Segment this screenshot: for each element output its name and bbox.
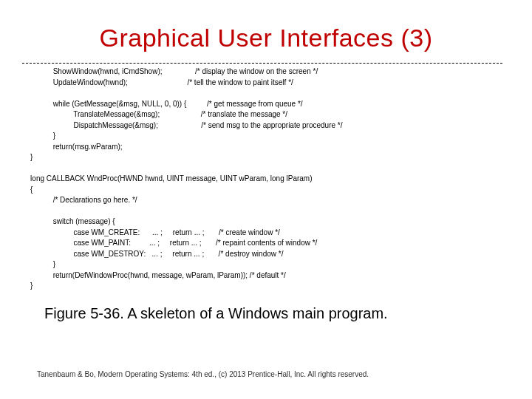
page-title: Graphical User Interfaces (3) (30, 24, 502, 52)
figure-caption: Figure 5-36. A skeleton of a Windows mai… (44, 305, 502, 322)
code-listing: ShowWindow(hwnd, iCmdShow); /* display t… (22, 63, 502, 292)
slide: Graphical User Interfaces (3) ShowWindow… (0, 0, 532, 399)
copyright-footer: Tanenbaum & Bo, Modern Operating Systems… (37, 370, 369, 378)
